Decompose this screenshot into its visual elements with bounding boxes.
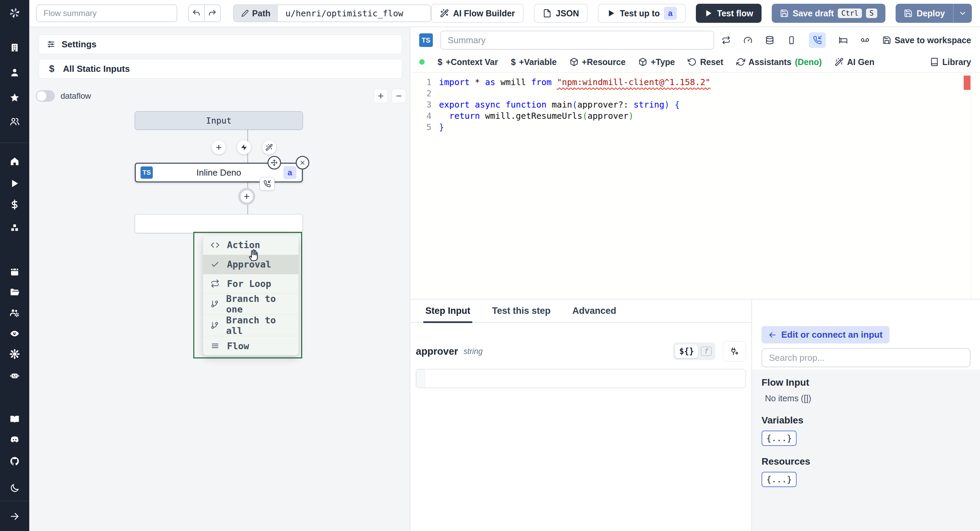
cache-database-icon[interactable]	[765, 36, 774, 45]
redo-button[interactable]	[205, 5, 221, 22]
deploy-button[interactable]: Deploy	[896, 4, 953, 23]
mock-icon[interactable]	[787, 36, 796, 45]
home-icon[interactable]	[8, 155, 21, 168]
test-up-to-button[interactable]: Test up to a	[598, 4, 686, 23]
save-draft-button[interactable]: Save draft Ctrl S	[772, 4, 885, 23]
groups-icon[interactable]	[8, 115, 21, 128]
ai-flow-builder-button[interactable]: AI Flow Builder	[431, 4, 524, 23]
flow-settings-button[interactable]: Settings	[39, 34, 402, 54]
divider-editor-step[interactable]	[410, 299, 980, 300]
typescript-badge: TS	[419, 33, 433, 47]
folders-icon[interactable]	[8, 285, 21, 299]
divider-flow-editor[interactable]	[410, 27, 410, 531]
fn-mode-button[interactable]: f	[701, 346, 712, 356]
kbd-s: S	[866, 8, 877, 18]
save-to-workspace-button[interactable]: Save to workspace	[882, 35, 971, 45]
test-up-to-step-badge: a	[664, 7, 677, 20]
search-prop-input[interactable]	[762, 348, 970, 367]
workspace-icon[interactable]	[8, 41, 21, 54]
docs-book-icon[interactable]	[8, 413, 21, 426]
ai-flow-builder-label: AI Flow Builder	[453, 8, 515, 18]
add-resource-button[interactable]: +Resource	[570, 57, 626, 67]
add-type-button[interactable]: +Type	[638, 57, 675, 67]
menu-item-for-loop[interactable]: For Loop	[203, 274, 298, 294]
play-icon	[704, 9, 713, 18]
schedules-calendar-icon[interactable]	[8, 265, 21, 278]
reset-button[interactable]: Reset	[688, 57, 723, 67]
expr-mode-button[interactable]: ${}	[675, 344, 698, 358]
windmill-logo[interactable]	[8, 6, 21, 20]
refresh-icon	[737, 57, 745, 66]
menu-item-branch-to-one[interactable]: Branch to one	[203, 293, 298, 315]
assistants-button[interactable]: Assistants (Deno)	[737, 57, 822, 67]
error-overview-marker	[964, 76, 970, 90]
resources-object-chip[interactable]: {...}	[762, 472, 797, 487]
menu-item-approval[interactable]: Approval	[203, 255, 298, 274]
audit-eye-icon[interactable]	[8, 327, 21, 340]
tab-advanced[interactable]: Advanced	[572, 299, 616, 322]
resources-cubes-icon[interactable]	[8, 221, 21, 234]
menu-item-branch-to-all[interactable]: Branch to all	[203, 315, 298, 336]
flow-input-empty: No items ([])	[765, 394, 980, 403]
save-draft-label: Save draft	[793, 8, 834, 18]
all-static-inputs-button[interactable]: $ All Static Inputs	[39, 59, 402, 79]
dollar-icon: $	[511, 57, 515, 67]
close-icon	[299, 159, 306, 166]
insert-point-plus-button[interactable]	[238, 188, 255, 205]
favorites-star-icon[interactable]	[8, 91, 21, 105]
arg-value-editor[interactable]	[416, 369, 746, 388]
ai-gen-button[interactable]: AI Gen	[835, 57, 875, 67]
discord-icon[interactable]	[8, 433, 21, 446]
pending-step-node[interactable]	[135, 214, 303, 233]
insert-step-plus-button[interactable]	[212, 140, 226, 155]
early-stop-voicemail-icon[interactable]	[861, 36, 869, 45]
sleep-bed-icon[interactable]	[839, 36, 848, 45]
workers-robot-icon[interactable]	[8, 368, 21, 382]
retries-icon[interactable]	[722, 36, 730, 45]
test-flow-button[interactable]: Test flow	[696, 4, 761, 23]
edit-or-connect-button[interactable]: Edit or connect an input	[762, 326, 889, 343]
tab-step-input[interactable]: Step Input	[425, 299, 470, 322]
add-variable-button[interactable]: $+Variable	[511, 57, 556, 67]
variables-dollar-icon[interactable]	[8, 198, 21, 211]
dark-mode-moon-icon[interactable]	[8, 481, 21, 495]
json-button[interactable]: JSON	[534, 4, 588, 23]
menu-item-action[interactable]: Action	[203, 236, 298, 255]
expand-rail-arrow-icon[interactable]	[8, 510, 21, 523]
flow-graph-panel: Settings $ All Static Inputs dataflow + …	[29, 27, 410, 531]
phone-incoming-icon	[263, 180, 271, 188]
variables-heading: Variables	[762, 415, 980, 426]
runs-play-icon[interactable]	[8, 177, 21, 190]
insert-ai-button[interactable]	[262, 140, 276, 155]
zoom-in-button[interactable]: +	[374, 89, 388, 103]
pencil-icon	[241, 10, 249, 17]
json-label: JSON	[556, 8, 579, 18]
suspend-approval-icon[interactable]	[809, 32, 826, 48]
groups-admin-icon[interactable]	[8, 306, 21, 320]
user-icon[interactable]	[8, 66, 21, 79]
insert-trigger-button[interactable]	[237, 140, 251, 155]
step-summary-input[interactable]	[440, 30, 714, 50]
editor-scrollbar[interactable]	[971, 72, 971, 299]
deploy-dropdown-button[interactable]	[953, 4, 972, 23]
menu-item-flow[interactable]: Flow	[203, 336, 298, 356]
connect-input-button[interactable]	[723, 341, 746, 362]
add-context-var-button[interactable]: $+Context Var	[438, 57, 498, 67]
dataflow-toggle[interactable]	[36, 90, 55, 102]
flow-summary-input[interactable]	[36, 5, 177, 22]
github-icon[interactable]	[8, 454, 21, 468]
divider-step-props[interactable]	[751, 300, 752, 531]
code-editor[interactable]: 12345 import * as wmill from "npm:windmi…	[410, 72, 980, 299]
library-button[interactable]: Library	[930, 57, 971, 67]
flow-input-node[interactable]: Input	[135, 111, 303, 130]
move-step-button[interactable]	[267, 156, 281, 169]
settings-gear-icon[interactable]	[8, 347, 21, 361]
zoom-out-button[interactable]: −	[392, 89, 406, 103]
tab-test-this-step[interactable]: Test this step	[492, 299, 550, 322]
delete-step-button[interactable]	[296, 156, 309, 169]
undo-button[interactable]	[188, 5, 205, 22]
suspend-step-badge	[259, 177, 275, 191]
variables-object-chip[interactable]: {...}	[762, 431, 797, 446]
flow-path-field[interactable]: Path u/henri/optimistic_flow	[233, 5, 431, 22]
concurrency-gauge-icon[interactable]	[743, 36, 752, 45]
